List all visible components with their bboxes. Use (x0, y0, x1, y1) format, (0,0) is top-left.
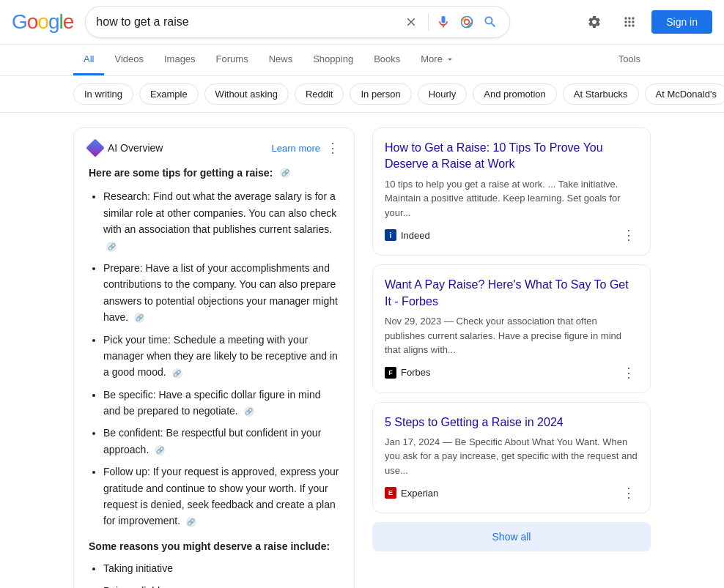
source-options-1[interactable]: ⋮ (619, 227, 638, 243)
ai-overview-title: AI Overview (108, 142, 163, 154)
tab-more[interactable]: More (410, 45, 465, 75)
chip-example[interactable]: Example (139, 83, 199, 105)
result-card-1: How to Get a Raise: 10 Tips To Prove You… (372, 127, 651, 256)
result-card-3: 5 Steps to Getting a Raise in 2024 Jan 1… (372, 402, 651, 514)
list-item: Prepare: Have a list of your accomplishm… (103, 260, 339, 326)
ai-diamond-icon (86, 138, 104, 157)
experian-favicon: E (385, 487, 396, 499)
source-link-icon-5[interactable]: 🔗 (155, 445, 165, 455)
tab-videos[interactable]: Videos (104, 45, 154, 75)
voice-search-button[interactable] (435, 13, 452, 31)
divider (428, 13, 429, 31)
search-bar[interactable] (85, 6, 510, 38)
list-item: Being reliable (103, 583, 339, 588)
result-title-2[interactable]: Want A Pay Raise? Here's What To Say To … (385, 277, 638, 310)
result-card-2: Want A Pay Raise? Here's What To Say To … (372, 264, 651, 392)
sign-in-button[interactable]: Sign in (651, 10, 712, 34)
list-item: Follow up: If your request is approved, … (103, 464, 339, 529)
result-source-2: F Forbes ⋮ (385, 365, 638, 381)
reasons-section: Some reasons you might deserve a raise i… (89, 538, 339, 588)
forbes-favicon: F (385, 367, 396, 379)
right-column: How to Get a Raise: 10 Tips To Prove You… (372, 127, 651, 588)
ai-header-right: Learn more ⋮ (272, 140, 339, 156)
result-title-1[interactable]: How to Get a Raise: 10 Tips To Prove You… (385, 140, 638, 173)
tips-list: Research: Find out what the average sala… (89, 188, 339, 529)
chip-reddit[interactable]: Reddit (295, 83, 344, 105)
tab-forums[interactable]: Forums (206, 45, 259, 75)
source-name-3: Experian (401, 488, 438, 499)
tab-shopping[interactable]: Shopping (303, 45, 363, 75)
source-options-3[interactable]: ⋮ (619, 485, 638, 501)
google-logo[interactable]: Google (12, 10, 73, 34)
main-content: AI Overview Learn more ⋮ Here are some t… (0, 113, 724, 588)
learn-more-link[interactable]: Learn more (272, 143, 320, 154)
source-name-2: Forbes (401, 367, 430, 378)
search-input[interactable] (96, 15, 394, 29)
tab-news[interactable]: News (259, 45, 303, 75)
ai-overview-card: AI Overview Learn more ⋮ Here are some t… (73, 127, 355, 588)
ai-title-left: AI Overview (89, 141, 163, 155)
result-snippet-2: Nov 29, 2023 — Check your association th… (385, 314, 638, 357)
chip-hourly[interactable]: Hourly (418, 83, 468, 105)
source-options-2[interactable]: ⋮ (619, 365, 638, 381)
result-snippet-3: Jan 17, 2024 — Be Specific About What Yo… (385, 435, 638, 478)
reasons-list: Taking initiative Being reliable Develop… (89, 560, 339, 588)
source-link-icon-2[interactable]: 🔗 (134, 313, 144, 323)
chip-in-person[interactable]: In person (350, 83, 411, 105)
search-button[interactable] (481, 13, 499, 31)
source-info-2: F Forbes (385, 367, 430, 379)
indeed-favicon: i (385, 229, 396, 241)
result-source-1: i Indeed ⋮ (385, 227, 638, 243)
reasons-heading: Some reasons you might deserve a raise i… (89, 538, 339, 554)
header: Google (0, 0, 724, 45)
ai-overview-header: AI Overview Learn more ⋮ (89, 140, 339, 156)
show-all-button[interactable]: Show all (372, 522, 651, 551)
list-item: Taking initiative (103, 560, 339, 576)
tab-tools[interactable]: Tools (608, 45, 651, 75)
tab-all[interactable]: All (73, 45, 104, 75)
source-name-1: Indeed (401, 230, 430, 241)
list-item: Be specific: Have a specific dollar figu… (103, 387, 339, 420)
source-link-icon-4[interactable]: 🔗 (244, 406, 254, 417)
more-options-icon[interactable]: ⋮ (326, 140, 339, 156)
clear-button[interactable] (400, 14, 422, 30)
result-source-3: E Experian ⋮ (385, 485, 638, 501)
chip-at-starbucks[interactable]: At Starbucks (563, 83, 639, 105)
ai-content: Here are some tips for getting a raise: … (89, 165, 339, 588)
list-item: Be confident: Be respectful but confiden… (103, 425, 339, 458)
link-icon[interactable]: 🔗 (280, 168, 290, 178)
settings-button[interactable] (581, 9, 607, 35)
source-link-icon-1[interactable]: 🔗 (106, 242, 117, 252)
list-item: Pick your time: Schedule a meeting with … (103, 332, 339, 381)
source-info-1: i Indeed (385, 229, 430, 241)
source-link-icon-6[interactable]: 🔗 (186, 517, 196, 527)
header-right: Sign in (581, 9, 712, 35)
result-snippet-1: 10 tips to help you get a raise at work.… (385, 177, 638, 220)
source-info-3: E Experian (385, 487, 438, 499)
filter-chips: In writing Example Without asking Reddit… (0, 76, 724, 113)
chip-at-mcdonalds[interactable]: At McDonald's (645, 83, 725, 105)
chip-in-writing[interactable]: In writing (73, 83, 133, 105)
left-column: AI Overview Learn more ⋮ Here are some t… (73, 127, 355, 588)
list-item: Research: Find out what the average sala… (103, 188, 339, 254)
lens-search-button[interactable] (458, 13, 476, 31)
svg-point-1 (465, 20, 470, 25)
nav-tabs: All Videos Images Forums News Shopping B… (0, 45, 724, 76)
svg-point-0 (462, 17, 473, 28)
chip-without-asking[interactable]: Without asking (204, 83, 289, 105)
source-link-icon-3[interactable]: 🔗 (172, 368, 182, 379)
ai-main-heading: Here are some tips for getting a raise: … (89, 165, 339, 181)
apps-button[interactable] (616, 9, 643, 35)
result-title-3[interactable]: 5 Steps to Getting a Raise in 2024 (385, 414, 638, 431)
tab-books[interactable]: Books (363, 45, 410, 75)
tab-images[interactable]: Images (154, 45, 206, 75)
chip-and-promotion[interactable]: And promotion (473, 83, 557, 105)
